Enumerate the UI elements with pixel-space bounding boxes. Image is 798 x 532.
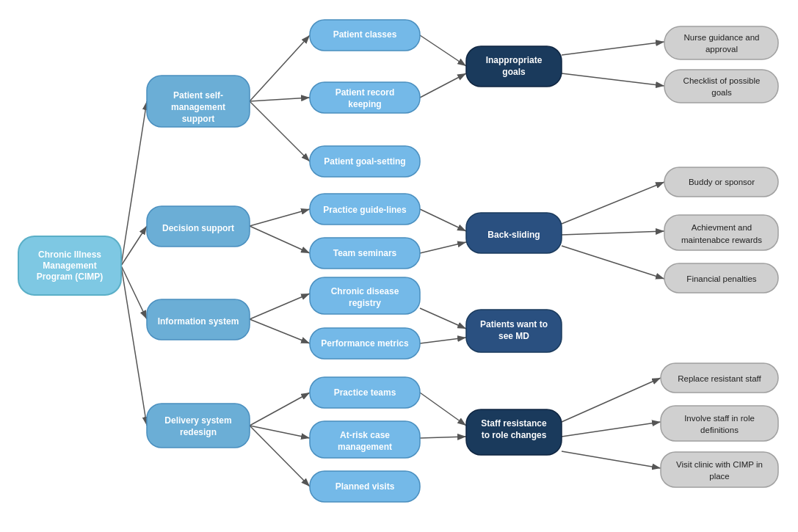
root-label: Chronic Illness bbox=[38, 249, 101, 260]
pvmd-label1: Patients want to bbox=[480, 319, 548, 329]
svg-line-25 bbox=[562, 182, 664, 224]
pvmd-label2: see MD bbox=[498, 331, 529, 341]
svg-line-11 bbox=[250, 319, 310, 343]
svg-line-26 bbox=[562, 231, 664, 235]
bos-label: Buddy or sponsor bbox=[689, 178, 755, 186]
prk-label1: Patient record bbox=[335, 87, 395, 98]
ds-label: Decision support bbox=[162, 223, 234, 233]
leaf-vcc bbox=[661, 452, 778, 487]
isrd-label2: definitions bbox=[700, 426, 739, 434]
dsr-label1: Delivery system bbox=[164, 415, 231, 426]
svg-line-1 bbox=[121, 101, 147, 266]
leaf-isrd bbox=[661, 406, 778, 441]
cdr-label1: Chronic disease bbox=[331, 286, 399, 296]
srtc-label1: Staff resistance bbox=[481, 418, 547, 429]
srtc-label2: to role changes bbox=[482, 430, 547, 440]
arcm-label1: At-risk case bbox=[340, 430, 390, 440]
svg-line-13 bbox=[250, 426, 310, 438]
svg-line-27 bbox=[562, 246, 664, 279]
leaf-amr bbox=[664, 215, 778, 250]
psm-label2: management bbox=[171, 102, 225, 112]
pt-label: Practice teams bbox=[334, 387, 396, 398]
svg-line-29 bbox=[562, 422, 661, 437]
cpg-label2: goals bbox=[711, 88, 732, 97]
prk-label2: keeping bbox=[348, 99, 381, 109]
svg-line-20 bbox=[420, 338, 466, 343]
leaf-nga bbox=[664, 26, 778, 59]
svg-line-28 bbox=[562, 378, 661, 422]
svg-line-6 bbox=[250, 98, 310, 101]
ig-label2: goals bbox=[502, 67, 526, 77]
arcm-label2: management bbox=[338, 442, 392, 452]
psm-label3: support bbox=[182, 114, 215, 124]
ts-label: Team seminars bbox=[333, 248, 397, 258]
nga-label1: Nurse guidance and bbox=[684, 33, 760, 42]
svg-line-21 bbox=[420, 393, 466, 426]
pgs-label: Patient goal-setting bbox=[324, 156, 405, 167]
amr-label1: Achievment and bbox=[692, 223, 752, 232]
svg-line-15 bbox=[420, 35, 466, 66]
ig-label1: Inappropriate bbox=[486, 55, 543, 65]
svg-line-23 bbox=[562, 42, 664, 55]
amr-label2: maintenabce rewards bbox=[681, 236, 762, 244]
vcc-label1: Visit clinic with CIMP in bbox=[676, 460, 763, 469]
is-label: Information system bbox=[158, 316, 239, 327]
svg-line-22 bbox=[420, 437, 466, 438]
leaf-cpg bbox=[664, 70, 778, 103]
svg-line-4 bbox=[121, 266, 147, 426]
svg-line-30 bbox=[562, 451, 661, 468]
svg-line-10 bbox=[250, 294, 310, 319]
vcc-label2: place bbox=[709, 472, 730, 481]
svg-line-7 bbox=[250, 101, 310, 161]
svg-line-18 bbox=[420, 242, 466, 253]
svg-line-19 bbox=[420, 308, 466, 329]
cdr-label2: registry bbox=[349, 298, 381, 308]
svg-line-9 bbox=[250, 226, 310, 253]
pgl-label: Practice guide-lines bbox=[323, 205, 407, 215]
root-label2: Management bbox=[43, 260, 96, 271]
svg-line-14 bbox=[250, 426, 310, 487]
svg-line-2 bbox=[121, 226, 147, 266]
svg-line-16 bbox=[420, 73, 466, 98]
svg-line-12 bbox=[250, 393, 310, 426]
pc-label: Patient classes bbox=[333, 29, 397, 40]
cpg-label1: Checklist of possible bbox=[683, 76, 761, 85]
root-label3: Program (CIMP) bbox=[37, 272, 104, 282]
svg-line-8 bbox=[250, 209, 310, 226]
isrd-label1: Involve staff in role bbox=[684, 414, 755, 423]
pv-label: Planned visits bbox=[335, 481, 395, 492]
bs-label: Back-sliding bbox=[487, 230, 540, 240]
svg-line-24 bbox=[562, 73, 664, 86]
dsr-label2: redesign bbox=[180, 427, 217, 437]
svg-line-17 bbox=[420, 209, 466, 231]
fp-label: Financial penalties bbox=[686, 274, 757, 283]
svg-line-5 bbox=[250, 35, 310, 101]
pm-label: Performance metrics bbox=[321, 338, 409, 349]
nga-label2: approval bbox=[705, 45, 738, 54]
psm-label1: Patient self- bbox=[173, 90, 223, 101]
rrs-label: Replace resistant staff bbox=[678, 374, 761, 383]
